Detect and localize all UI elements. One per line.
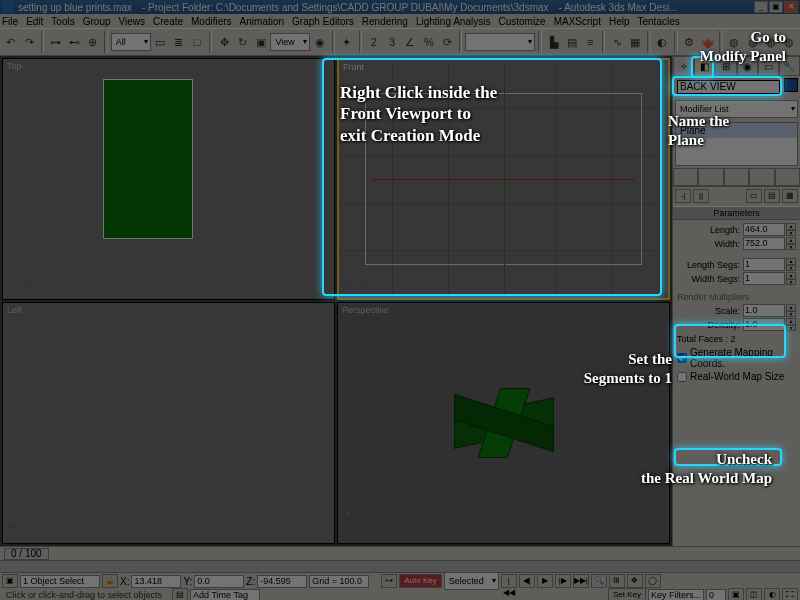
nav-maximize-viewport-button[interactable]: ⛶ [782, 588, 798, 600]
unlink-button[interactable]: ⊷ [66, 31, 83, 53]
nav-pan-button[interactable]: ✥ [627, 574, 643, 588]
tab-create[interactable]: ✧ [673, 56, 694, 76]
scale-spinner-arrows[interactable]: ▲▼ [786, 304, 796, 317]
nav-zoom-extents-button[interactable]: ▣ [728, 588, 744, 600]
manipulate-button[interactable]: ✦ [338, 31, 355, 53]
undo-button[interactable]: ↶ [2, 31, 19, 53]
key-target-dropdown[interactable]: Selected [444, 572, 499, 590]
viewport-left[interactable]: Left y z [2, 302, 335, 544]
show-end-result-button[interactable] [698, 168, 723, 186]
coord-z-field[interactable]: -94.595 [257, 575, 307, 588]
configure-sets-button[interactable] [775, 168, 800, 186]
move-button[interactable]: ✥ [215, 31, 232, 53]
material-editor-button[interactable]: ◐ [654, 31, 671, 53]
stack-nav-button[interactable]: ▤ [764, 189, 780, 203]
layers-button[interactable]: ≡ [582, 31, 599, 53]
window-close-button[interactable]: ✕ [784, 1, 798, 13]
stack-nav-button[interactable]: -| [675, 189, 691, 203]
snap-3d-button[interactable]: 3 [383, 31, 400, 53]
window-maximize-button[interactable]: ▣ [769, 1, 783, 13]
next-frame-button[interactable]: |▶ [555, 574, 571, 588]
schematic-view-button[interactable]: ▦ [627, 31, 644, 53]
object-color-swatch[interactable] [784, 78, 798, 92]
real-world-map-checkbox-input[interactable] [677, 372, 687, 382]
set-key-button[interactable]: Set Key [608, 588, 646, 600]
real-world-map-checkbox[interactable]: Real-World Map Size [677, 371, 796, 382]
select-by-name-button[interactable]: ≣ [170, 31, 187, 53]
nav-zoom-button[interactable]: 🔍 [591, 574, 607, 588]
align-button[interactable]: ▤ [563, 31, 580, 53]
modifier-stack-item[interactable]: Plane [676, 123, 797, 138]
rotate-button[interactable]: ↻ [234, 31, 251, 53]
mirror-button[interactable]: ▙ [545, 31, 562, 53]
curve-editor-button[interactable]: ∿ [608, 31, 625, 53]
extra-button-2[interactable]: ◍ [744, 31, 761, 53]
current-frame-field[interactable]: 0 [706, 589, 726, 601]
pivot-center-button[interactable]: ◉ [311, 31, 328, 53]
play-button[interactable]: ▶ [537, 574, 553, 588]
auto-key-button[interactable]: Auto Key [399, 574, 441, 588]
menu-tools[interactable]: Tools [51, 16, 74, 27]
named-selection-dropdown[interactable] [465, 33, 535, 51]
generate-mapping-checkbox-input[interactable] [677, 353, 687, 363]
menu-edit[interactable]: Edit [26, 16, 43, 27]
select-object-button[interactable]: ▭ [152, 31, 169, 53]
menu-group[interactable]: Group [83, 16, 111, 27]
selection-lock-button[interactable]: 🔒 [102, 574, 118, 588]
extra-button-4[interactable]: ◍ [781, 31, 798, 53]
scale-button[interactable]: ▣ [252, 31, 269, 53]
menu-grapheditors[interactable]: Graph Editors [292, 16, 354, 27]
scale-spinner[interactable]: 1.0 [743, 304, 785, 317]
script-listener-button[interactable]: ▤ [172, 588, 188, 600]
time-slider[interactable]: 0 / 100 [0, 547, 800, 561]
spinner-snap-button[interactable]: ⟳ [439, 31, 456, 53]
time-slider-thumb[interactable]: 0 / 100 [4, 548, 49, 560]
make-unique-button[interactable] [724, 168, 749, 186]
nav-orbit-button[interactable]: ◯ [645, 574, 661, 588]
tab-utilities[interactable]: 🔧 [779, 56, 800, 76]
trackbar-toggle-button[interactable]: ▣ [2, 574, 18, 588]
length-spinner[interactable]: 464.0 [743, 223, 785, 236]
selection-filter-dropdown[interactable]: All [111, 33, 151, 51]
viewport-front[interactable]: Front x z [337, 58, 670, 300]
width-segs-spinner[interactable]: 1 [743, 272, 785, 285]
tab-display[interactable]: ▭ [758, 56, 779, 76]
stack-nav-button[interactable]: ▭ [746, 189, 762, 203]
select-region-button[interactable]: □ [188, 31, 205, 53]
menu-maxscript[interactable]: MAXScript [554, 16, 601, 27]
menu-tentacles[interactable]: Tentacles [638, 16, 680, 27]
percent-snap-button[interactable]: % [420, 31, 437, 53]
bind-spacewarp-button[interactable]: ⊕ [84, 31, 101, 53]
render-setup-button[interactable]: ⚙ [681, 31, 698, 53]
add-time-tag[interactable]: Add Time Tag [190, 589, 260, 601]
modifier-stack[interactable]: Plane [675, 122, 798, 166]
tab-hierarchy[interactable]: ⊞ [715, 56, 736, 76]
goto-start-button[interactable]: |◀◀ [501, 574, 517, 588]
menu-views[interactable]: Views [119, 16, 146, 27]
menu-help[interactable]: Help [609, 16, 630, 27]
nav-zoom-all-button[interactable]: ⊞ [609, 574, 625, 588]
modifier-list-dropdown[interactable]: Modifier List [675, 100, 798, 118]
viewport-perspective[interactable]: Perspective x y z [337, 302, 670, 544]
object-name-field[interactable]: BACK VIEW [677, 80, 780, 94]
link-button[interactable]: ⊶ [47, 31, 64, 53]
length-segs-spinner-arrows[interactable]: ▲▼ [786, 258, 796, 271]
menu-rendering[interactable]: Rendering [362, 16, 408, 27]
density-spinner[interactable]: 1.0 [743, 318, 785, 331]
pin-stack-button[interactable] [673, 168, 698, 186]
stack-nav-button[interactable]: ▦ [782, 189, 798, 203]
viewport-top[interactable]: Top x y [2, 58, 335, 300]
key-filters-button[interactable]: Key Filters... [648, 589, 704, 601]
generate-mapping-checkbox[interactable]: Generate Mapping Coords. [677, 347, 796, 369]
menu-file[interactable]: File [2, 16, 18, 27]
menu-create[interactable]: Create [153, 16, 183, 27]
coord-y-field[interactable]: 0.0 [194, 575, 244, 588]
snap-2d-button[interactable]: 2 [365, 31, 382, 53]
nav-region-zoom-button[interactable]: ◫ [746, 588, 762, 600]
density-spinner-arrows[interactable]: ▲▼ [786, 318, 796, 331]
goto-end-button[interactable]: ▶▶| [573, 574, 589, 588]
render-button[interactable]: 🫖 [699, 31, 716, 53]
coord-x-field[interactable]: 13.418 [131, 575, 181, 588]
width-spinner[interactable]: 752.0 [743, 237, 785, 250]
nav-fov-button[interactable]: ◐ [764, 588, 780, 600]
